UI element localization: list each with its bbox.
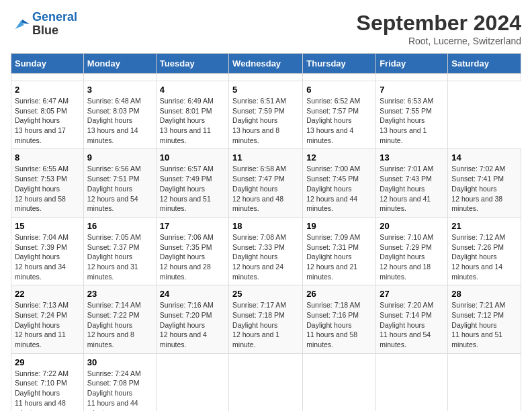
calendar-cell: 20 Sunrise: 7:10 AMSunset: 7:29 PMDaylig… [376, 217, 448, 285]
calendar-cell: 30 Sunrise: 7:24 AMSunset: 7:08 PMDaylig… [83, 353, 156, 411]
day-number: 24 [160, 289, 225, 299]
calendar-cell [229, 353, 303, 411]
calendar-cell [376, 353, 448, 411]
day-info: Sunrise: 7:13 AMSunset: 7:24 PMDaylight … [15, 300, 80, 349]
calendar-cell: 8 Sunrise: 6:55 AMSunset: 7:53 PMDayligh… [11, 149, 84, 217]
day-info: Sunrise: 7:17 AMSunset: 7:18 PMDaylight … [232, 300, 299, 349]
calendar-cell [156, 353, 228, 411]
week-row-5: 22 Sunrise: 7:13 AMSunset: 7:24 PMDaylig… [11, 285, 521, 353]
day-number: 23 [87, 289, 152, 299]
calendar-cell: 14 Sunrise: 7:02 AMSunset: 7:41 PMDaylig… [448, 149, 521, 217]
calendar-cell: 3 Sunrise: 6:48 AMSunset: 8:03 PMDayligh… [83, 81, 156, 149]
calendar-cell: 21 Sunrise: 7:12 AMSunset: 7:26 PMDaylig… [448, 217, 521, 285]
column-header-monday: Monday [83, 54, 156, 74]
calendar-cell: 5 Sunrise: 6:51 AMSunset: 7:59 PMDayligh… [229, 81, 303, 149]
logo: GeneralBlue [11, 11, 77, 38]
day-info: Sunrise: 6:56 AMSunset: 7:51 PMDaylight … [87, 164, 152, 213]
day-info: Sunrise: 7:08 AMSunset: 7:33 PMDaylight … [232, 232, 299, 281]
day-info: Sunrise: 7:00 AMSunset: 7:45 PMDaylight … [306, 164, 372, 213]
day-info: Sunrise: 7:02 AMSunset: 7:41 PMDaylight … [451, 164, 517, 213]
calendar-cell: 18 Sunrise: 7:08 AMSunset: 7:33 PMDaylig… [229, 217, 303, 285]
calendar-cell: 28 Sunrise: 7:21 AMSunset: 7:12 PMDaylig… [448, 285, 521, 353]
day-number: 27 [380, 289, 444, 299]
week-row-4: 15 Sunrise: 7:04 AMSunset: 7:39 PMDaylig… [11, 217, 521, 285]
calendar-cell: 4 Sunrise: 6:49 AMSunset: 8:01 PMDayligh… [156, 81, 228, 149]
calendar-cell: 15 Sunrise: 7:04 AMSunset: 7:39 PMDaylig… [11, 217, 84, 285]
day-info: Sunrise: 6:53 AMSunset: 7:55 PMDaylight … [380, 96, 444, 145]
day-number: 15 [15, 221, 80, 231]
day-number: 13 [380, 152, 444, 163]
calendar-cell: 6 Sunrise: 6:52 AMSunset: 7:57 PMDayligh… [303, 81, 376, 149]
calendar-cell: 29 Sunrise: 7:22 AMSunset: 7:10 PMDaylig… [11, 353, 84, 411]
calendar-cell: 16 Sunrise: 7:05 AMSunset: 7:37 PMDaylig… [83, 217, 156, 285]
calendar-cell [376, 74, 448, 81]
day-info: Sunrise: 7:06 AMSunset: 7:35 PMDaylight … [160, 232, 225, 281]
location: Root, Lucerne, Switzerland [357, 36, 521, 46]
calendar-cell [83, 74, 156, 81]
month-title: September 2024 [357, 11, 521, 36]
calendar-cell [448, 74, 521, 81]
week-row-6: 29 Sunrise: 7:22 AMSunset: 7:10 PMDaylig… [11, 353, 521, 411]
day-number: 29 [15, 357, 80, 367]
day-number: 18 [232, 221, 299, 231]
day-number: 2 [15, 85, 80, 95]
day-info: Sunrise: 7:09 AMSunset: 7:31 PMDaylight … [306, 232, 372, 281]
calendar-cell: 11 Sunrise: 6:58 AMSunset: 7:47 PMDaylig… [229, 149, 303, 217]
day-info: Sunrise: 6:48 AMSunset: 8:03 PMDaylight … [87, 96, 152, 145]
logo-icon [11, 15, 30, 34]
day-info: Sunrise: 7:16 AMSunset: 7:20 PMDaylight … [160, 300, 225, 349]
column-header-saturday: Saturday [448, 54, 521, 74]
column-header-sunday: Sunday [11, 54, 84, 74]
day-number: 7 [380, 85, 444, 95]
calendar-cell: 7 Sunrise: 6:53 AMSunset: 7:55 PMDayligh… [376, 81, 448, 149]
day-info: Sunrise: 7:24 AMSunset: 7:08 PMDaylight … [87, 369, 152, 411]
day-info: Sunrise: 7:04 AMSunset: 7:39 PMDaylight … [15, 232, 80, 281]
day-number: 22 [15, 289, 80, 299]
calendar-cell: 2 Sunrise: 6:47 AMSunset: 8:05 PMDayligh… [11, 81, 84, 149]
day-number: 28 [451, 289, 517, 299]
day-info: Sunrise: 7:01 AMSunset: 7:43 PMDaylight … [380, 164, 444, 213]
day-info: Sunrise: 6:47 AMSunset: 8:05 PMDaylight … [15, 96, 80, 145]
day-info: Sunrise: 7:22 AMSunset: 7:10 PMDaylight … [15, 369, 80, 411]
day-info: Sunrise: 7:14 AMSunset: 7:22 PMDaylight … [87, 300, 152, 349]
day-info: Sunrise: 7:05 AMSunset: 7:37 PMDaylight … [87, 232, 152, 281]
calendar-cell: 22 Sunrise: 7:13 AMSunset: 7:24 PMDaylig… [11, 285, 84, 353]
day-number: 5 [232, 85, 299, 95]
day-number: 25 [232, 289, 299, 299]
day-number: 26 [306, 289, 372, 299]
page-header: GeneralBlue September 2024 Root, Lucerne… [11, 11, 521, 46]
day-info: Sunrise: 6:55 AMSunset: 7:53 PMDaylight … [15, 164, 80, 213]
column-header-thursday: Thursday [303, 54, 376, 74]
day-info: Sunrise: 7:20 AMSunset: 7:14 PMDaylight … [380, 300, 444, 349]
day-info: Sunrise: 6:51 AMSunset: 7:59 PMDaylight … [232, 96, 299, 145]
calendar-cell: 13 Sunrise: 7:01 AMSunset: 7:43 PMDaylig… [376, 149, 448, 217]
day-number: 10 [160, 152, 225, 163]
calendar-cell [229, 74, 303, 81]
logo-text: GeneralBlue [32, 11, 77, 38]
day-number: 11 [232, 152, 299, 163]
day-info: Sunrise: 6:58 AMSunset: 7:47 PMDaylight … [232, 164, 299, 213]
calendar-cell: 26 Sunrise: 7:18 AMSunset: 7:16 PMDaylig… [303, 285, 376, 353]
calendar-cell [448, 353, 521, 411]
column-header-friday: Friday [376, 54, 448, 74]
calendar-cell: 12 Sunrise: 7:00 AMSunset: 7:45 PMDaylig… [303, 149, 376, 217]
week-row-2: 2 Sunrise: 6:47 AMSunset: 8:05 PMDayligh… [11, 81, 521, 149]
calendar-cell: 10 Sunrise: 6:57 AMSunset: 7:49 PMDaylig… [156, 149, 228, 217]
day-number: 20 [380, 221, 444, 231]
day-info: Sunrise: 7:18 AMSunset: 7:16 PMDaylight … [306, 300, 372, 349]
day-number: 4 [160, 85, 225, 95]
day-info: Sunrise: 6:49 AMSunset: 8:01 PMDaylight … [160, 96, 225, 145]
calendar-cell: 19 Sunrise: 7:09 AMSunset: 7:31 PMDaylig… [303, 217, 376, 285]
day-number: 30 [87, 357, 152, 367]
week-row-3: 8 Sunrise: 6:55 AMSunset: 7:53 PMDayligh… [11, 149, 521, 217]
calendar-cell: 23 Sunrise: 7:14 AMSunset: 7:22 PMDaylig… [83, 285, 156, 353]
day-info: Sunrise: 6:52 AMSunset: 7:57 PMDaylight … [306, 96, 372, 145]
calendar-cell: 17 Sunrise: 7:06 AMSunset: 7:35 PMDaylig… [156, 217, 228, 285]
day-number: 19 [306, 221, 372, 231]
calendar-cell: 27 Sunrise: 7:20 AMSunset: 7:14 PMDaylig… [376, 285, 448, 353]
column-header-wednesday: Wednesday [229, 54, 303, 74]
calendar-cell: 25 Sunrise: 7:17 AMSunset: 7:18 PMDaylig… [229, 285, 303, 353]
day-info: Sunrise: 6:57 AMSunset: 7:49 PMDaylight … [160, 164, 225, 213]
calendar-cell: 9 Sunrise: 6:56 AMSunset: 7:51 PMDayligh… [83, 149, 156, 217]
calendar-cell [303, 74, 376, 81]
